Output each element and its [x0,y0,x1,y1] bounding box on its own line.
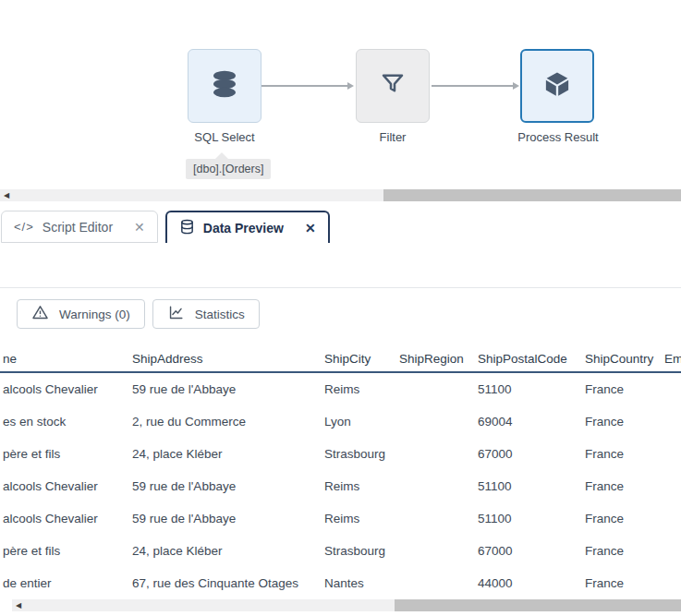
warning-triangle-icon [31,304,49,324]
node-filter[interactable] [356,49,430,123]
table-cell: 24, place Kléber [132,438,324,470]
line-chart-icon [167,304,185,324]
warnings-label: Warnings (0) [59,308,130,321]
table-row[interactable]: es en stock2, rue du CommerceLyon69004Fr… [0,405,681,438]
connector-arrow [432,85,513,87]
table-cell: France [585,438,664,470]
node-sql-select[interactable] [188,49,261,123]
table-cell: Strasbourg [324,535,399,567]
close-icon[interactable]: ✕ [134,220,145,235]
table-header-row: neShipAddressShipCityShipRegionShipPosta… [0,345,681,373]
section-divider [0,287,681,288]
column-header[interactable]: ShipRegion [399,345,478,371]
table-cell [399,470,478,502]
connector-arrow [261,85,347,87]
tab-label: Script Editor [43,220,113,235]
table-horizontal-scrollbar[interactable]: ◀ [12,599,681,611]
table-cell: de entier [3,567,132,599]
table-cell [664,535,681,567]
table-row[interactable]: alcools Chevalier59 rue de l'AbbayeReims… [0,470,681,502]
table-cell: alcools Chevalier [3,470,132,502]
close-icon[interactable]: ✕ [305,221,316,236]
table-cell: France [585,567,664,599]
node-tooltip: [dbo].[Orders] [186,159,271,179]
table-cell: 67, rue des Cinquante Otages [132,567,324,599]
table-cell: père et fils [3,535,132,567]
table-cell: France [585,470,664,502]
scrollbar-thumb[interactable] [395,599,681,611]
table-cell: France [585,373,664,405]
table-cell [399,567,478,599]
table-cell: 59 rue de l'Abbaye [132,502,324,535]
table-row[interactable]: alcools Chevalier59 rue de l'AbbayeReims… [0,502,681,535]
table-cell [399,373,478,405]
table-cell: alcools Chevalier [3,373,132,405]
table-cell: 44000 [478,567,585,599]
scroll-left-arrow-icon[interactable]: ◀ [4,189,9,201]
column-header[interactable]: Em [664,345,681,371]
tab-script-editor[interactable]: </> Script Editor ✕ [1,211,158,243]
table-cell: 59 rue de l'Abbaye [132,470,324,502]
warnings-button[interactable]: Warnings (0) [17,299,145,329]
canvas-horizontal-scrollbar[interactable]: ◀ [0,189,681,201]
editor-tabbar: </> Script Editor ✕ Data Preview ✕ [0,211,681,243]
scroll-left-arrow-icon[interactable]: ◀ [16,599,21,611]
table-row[interactable]: de entier67, rue des Cinquante OtagesNan… [0,567,681,599]
statistics-button[interactable]: Statistics [152,299,260,329]
column-header[interactable]: ShipAddress [132,345,324,371]
table-cell: France [585,405,664,438]
table-cell [399,535,478,567]
table-cell [664,405,681,438]
pipeline-canvas: SQL Select Filter Process Result [dbo].[… [0,0,681,189]
table-row[interactable]: père et fils24, place KléberStrasbourg67… [0,535,681,567]
database-icon [210,69,239,103]
table-cell [664,470,681,502]
table-cell [399,405,478,438]
table-cell: Nantes [324,567,399,599]
statistics-label: Statistics [195,308,245,321]
table-cell [664,373,681,405]
node-label-filter: Filter [337,130,448,144]
column-header[interactable]: ShipCountry [585,345,664,371]
tab-data-preview[interactable]: Data Preview ✕ [165,211,330,243]
table-cell: Lyon [324,405,399,438]
database-icon [179,219,195,237]
table-cell: 51100 [478,470,585,502]
code-icon: </> [14,220,34,234]
column-header[interactable]: ne [3,345,132,371]
node-process-result[interactable] [520,49,594,123]
table-cell: 24, place Kléber [132,535,324,567]
column-header[interactable]: ShipPostalCode [478,345,585,371]
table-cell: 67000 [478,438,585,470]
table-cell [664,567,681,599]
table-cell: 59 rue de l'Abbaye [132,373,324,405]
filter-icon [379,70,407,102]
table-cell: Reims [324,502,399,535]
table-cell: alcools Chevalier [3,502,132,535]
table-cell: Strasbourg [324,438,399,470]
table-cell: 2, rue du Commerce [132,405,324,438]
table-cell: 69004 [478,405,585,438]
table-cell [399,502,478,535]
scrollbar-thumb[interactable] [383,189,681,201]
node-label-process-result: Process Result [503,130,614,144]
table-cell: 67000 [478,535,585,567]
table-cell [664,438,681,470]
table-cell: es en stock [3,405,132,438]
table-cell [399,438,478,470]
node-label-sql-select: SQL Select [169,130,280,144]
table-body: alcools Chevalier59 rue de l'AbbayeReims… [0,373,681,599]
preview-toolbar: Warnings (0) Statistics [0,299,681,329]
table-cell [664,502,681,535]
table-cell: 51100 [478,502,585,535]
table-cell: Reims [324,373,399,405]
column-header[interactable]: ShipCity [324,345,399,371]
tab-label: Data Preview [203,221,284,236]
table-cell: père et fils [3,438,132,470]
cube-icon [542,69,572,103]
table-row[interactable]: père et fils24, place KléberStrasbourg67… [0,438,681,470]
table-cell: France [585,502,664,535]
table-cell: France [585,535,664,567]
table-cell: Reims [324,470,399,502]
table-row[interactable]: alcools Chevalier59 rue de l'AbbayeReims… [0,373,681,405]
